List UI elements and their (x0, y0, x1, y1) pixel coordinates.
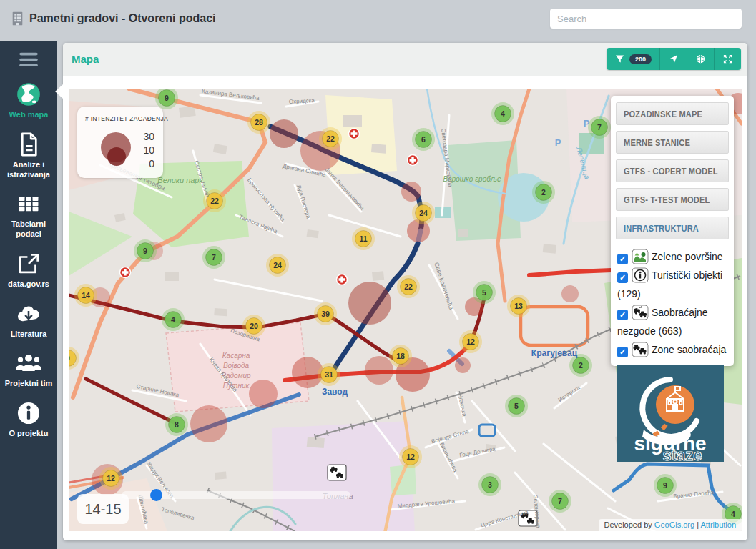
layer-section-label: POZADINSKE MAPE (624, 109, 702, 119)
cluster-marker-yellow[interactable]: 11 (352, 227, 375, 250)
medical-poi-icon[interactable] (120, 267, 131, 278)
svg-text:28: 28 (255, 118, 263, 127)
svg-text:14: 14 (82, 291, 90, 300)
logo-line2: staze (662, 446, 702, 462)
app-brand: Pametni gradovi - Otvoreni podaci (11, 11, 216, 26)
layer-section-1[interactable]: MERNE STANICE (616, 131, 729, 154)
cluster-marker-yellow[interactable]: 24 (266, 254, 289, 277)
cluster-marker-yellow[interactable]: 18 (389, 345, 412, 367)
layer-section-2[interactable]: GTFS - COPERT MODEL (616, 159, 729, 182)
cluster-marker-yellow[interactable]: 22 (319, 127, 342, 150)
basemap-button[interactable] (687, 48, 715, 70)
cluster-marker-yellow[interactable]: 12 (399, 445, 422, 468)
medical-poi-icon[interactable] (337, 274, 348, 285)
map-building (372, 271, 384, 281)
panel-title: Mapa (72, 53, 99, 65)
svg-text:2: 2 (579, 361, 583, 370)
attribution-link[interactable]: Attribution (700, 520, 736, 529)
layer-section-0[interactable]: POZADINSKE MAPE (616, 102, 729, 125)
map[interactable]: 9647297452583794282222241124142239201312… (69, 89, 742, 531)
cluster-marker-green[interactable]: 7 (549, 490, 571, 513)
cluster-marker-yellow[interactable]: 12 (99, 467, 122, 490)
svg-text:22: 22 (210, 197, 219, 205)
layer-checkbox-row[interactable]: ✓Saobraćajne nezgode (663) (617, 303, 727, 340)
cluster-marker-yellow[interactable]: 24 (412, 202, 435, 224)
cluster-marker-green[interactable]: 5 (505, 395, 528, 417)
svg-text:13: 13 (514, 302, 523, 310)
sidebar-item-literature[interactable]: Literatura (0, 295, 57, 345)
svg-text:0: 0 (69, 354, 70, 362)
sidebar: Web mapaAnalize i istraživanjaTabelarni … (0, 41, 57, 549)
medical-poi-icon[interactable] (349, 129, 360, 139)
map-building (458, 229, 468, 237)
layer-checkbox-row[interactable]: ✓Zone saobraćaja (617, 340, 727, 359)
svg-text:2: 2 (541, 188, 546, 197)
layer-section-label: INFRASTRUKTURA (624, 223, 699, 234)
svg-text:18: 18 (396, 352, 405, 360)
layer-section-4[interactable]: INFRASTRUKTURA (616, 217, 729, 239)
traffic-zone-icon (632, 342, 649, 357)
cluster-marker-green[interactable]: 4 (491, 102, 514, 125)
time-slider[interactable] (122, 491, 350, 499)
menu-icon[interactable] (16, 51, 41, 69)
sidebar-item-project-team[interactable]: Projektni tim (0, 344, 57, 394)
crash-icon (632, 305, 649, 320)
sidebar-item-tabular-data[interactable]: Tabelarni podaci (0, 184, 57, 244)
layer-label: Zone saobraćaja (652, 344, 726, 355)
checkbox[interactable]: ✓ (617, 347, 628, 357)
cluster-marker-green[interactable]: 3 (478, 473, 501, 496)
layer-section-3[interactable]: GTFS- T-TEST MODEL (616, 188, 729, 211)
fullscreen-button[interactable] (715, 48, 741, 70)
sidebar-item-analyses[interactable]: Analize i istraživanja (0, 125, 57, 185)
cluster-marker-yellow[interactable]: 12 (459, 330, 482, 353)
filter-button[interactable]: 200 (607, 48, 660, 70)
crash-poi-icon[interactable] (328, 465, 346, 480)
attribution-link-geogis[interactable]: GeoGis.org (654, 520, 694, 529)
layer-label: Zelene površine (652, 251, 723, 262)
building-icon (11, 11, 24, 26)
medical-poi-icon[interactable] (408, 155, 418, 166)
app-header: Pametni gradovi - Otvoreni podaci (0, 0, 756, 41)
cluster-marker-green[interactable]: 7 (202, 246, 225, 269)
legend-circle-inner (107, 147, 126, 166)
slider-handle[interactable] (150, 489, 162, 501)
cluster-marker-yellow[interactable]: 31 (318, 363, 340, 386)
map-building (215, 472, 227, 480)
cluster-marker-green[interactable]: 5 (473, 281, 496, 304)
cluster-marker-yellow[interactable]: 39 (314, 302, 337, 325)
cluster-marker-yellow[interactable]: 13 (507, 295, 530, 317)
svg-text:20: 20 (250, 322, 258, 330)
svg-text:22: 22 (326, 134, 335, 143)
sidebar-item-data-gov-rs[interactable]: data.gov.rs (0, 244, 57, 295)
cloud-download-icon (14, 300, 44, 327)
sidebar-item-web-map[interactable]: Web mapa (0, 75, 57, 125)
cluster-marker-green[interactable]: 8 (165, 413, 188, 436)
map-building (214, 308, 227, 316)
globe-small-icon (695, 54, 706, 64)
filter-icon (614, 54, 625, 64)
sidebar-item-label: Web mapa (2, 110, 55, 120)
cluster-marker-green[interactable]: 2 (532, 181, 555, 204)
cluster-marker-green[interactable]: 6 (412, 128, 435, 151)
map-label: Велики парк (157, 176, 203, 184)
svg-text:31: 31 (325, 370, 333, 379)
cluster-marker-green[interactable]: 7 (588, 116, 611, 139)
layer-checkbox-row[interactable]: ✓Zelene površine (617, 247, 727, 266)
checkbox[interactable]: ✓ (617, 310, 628, 320)
cluster-marker-yellow[interactable]: 22 (397, 275, 420, 298)
layer-checkbox-row[interactable]: ✓Turistički objekti (129) (617, 266, 727, 303)
checkbox[interactable]: ✓ (617, 272, 628, 283)
pollution-circle (365, 356, 393, 385)
cluster-marker-yellow[interactable]: 28 (247, 111, 270, 134)
cluster-marker-yellow[interactable]: 14 (74, 284, 97, 307)
search-input[interactable] (550, 9, 742, 29)
map-label: Завод (322, 387, 348, 397)
locate-button[interactable] (660, 48, 687, 70)
checkbox[interactable]: ✓ (617, 254, 628, 264)
layer-section-label: GTFS- T-TEST MODEL (624, 194, 710, 205)
sidebar-item-about[interactable]: O projektu (0, 394, 57, 444)
cluster-marker-green[interactable]: 9 (134, 239, 157, 262)
layer-label: Saobraćajne nezgode (663) (617, 307, 708, 337)
cluster-marker-green[interactable]: 4 (162, 308, 185, 331)
pollution-circle (401, 182, 421, 202)
